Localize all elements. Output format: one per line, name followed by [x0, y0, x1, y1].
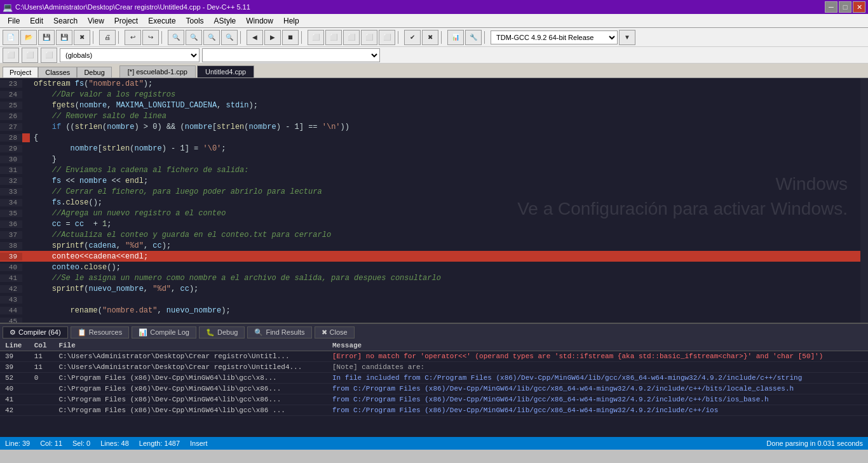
layout-btn5[interactable]: ⬜: [379, 30, 395, 45]
menu-astyle[interactable]: AStyle: [209, 15, 241, 27]
status-line: Line: 39: [5, 440, 30, 447]
include-row-3[interactable]: 41 C:\Program Files (x86)\Dev-Cpp\MinGW6…: [0, 394, 868, 405]
tb2-btn1[interactable]: ⬜: [3, 48, 19, 63]
run-btn[interactable]: ▶: [264, 30, 281, 45]
menu-window[interactable]: Window: [241, 15, 278, 27]
error-row-1[interactable]: 39 11 C:\Users\Administrator\Desktop\Cre…: [0, 351, 868, 362]
code-line-31: 31 // Enviamos la cadena al fichero de s…: [0, 164, 860, 175]
debug-icon: 🐛: [206, 328, 215, 337]
incl-msg-1: In file included from C:/Program Files (…: [327, 373, 868, 384]
maximize-button[interactable]: □: [839, 1, 851, 13]
globals-dropdown[interactable]: (globals): [60, 48, 200, 62]
btab-compilelog[interactable]: 📊 Compile Log: [132, 326, 196, 339]
tab-debug[interactable]: Debug: [77, 67, 111, 77]
tb2-btn3[interactable]: ⬜: [41, 48, 57, 63]
compiler-icon: ⚙: [10, 328, 16, 337]
incl-file-4: C:\Program Files (x86)\Dev-Cpp\MinGW64\l…: [53, 405, 327, 416]
code-line-37: 37 //Actualiza el conteo y guarda en el …: [0, 229, 860, 240]
redo-btn[interactable]: ↪: [142, 30, 159, 45]
save-btn[interactable]: 💾: [38, 30, 55, 45]
btab-close[interactable]: ✖ Close: [315, 326, 355, 339]
file-tab-escuelabd[interactable]: [*] escuelabd-1.cpp: [119, 65, 196, 77]
layout-btn1[interactable]: ⬜: [308, 30, 324, 45]
bottom-content: Line Col File Message 39 11 C:\Users\Adm…: [0, 340, 868, 438]
code-line-43: 43: [0, 294, 860, 305]
menu-search[interactable]: Search: [48, 15, 83, 27]
code-line-28: 28 {: [0, 132, 860, 143]
incl-msg-4: from C:/Program Files (x86)/Dev-Cpp/MinG…: [327, 405, 868, 416]
code-line-41: 41 //Se le asigna un numero como nombre …: [0, 272, 860, 283]
code-line-27: 27 if ((strlen(nombre) > 0) && (nombre[s…: [0, 121, 860, 132]
btab-close-label: Close: [330, 328, 348, 336]
compiler-dropdown[interactable]: TDM-GCC 4.9.2 64-bit Release: [491, 30, 618, 44]
btab-debug[interactable]: 🐛 Debug: [199, 326, 245, 339]
code-editor[interactable]: Windows Ve a Configuración para activar …: [0, 78, 860, 323]
new-file-btn[interactable]: 📄: [3, 30, 19, 45]
menu-file[interactable]: File: [3, 15, 25, 27]
menu-help[interactable]: Help: [278, 15, 304, 27]
find-next-btn[interactable]: 🔍: [203, 30, 220, 45]
note-file-1: C:\Users\Administrator\Desktop\Crear reg…: [53, 362, 327, 373]
tb2-btn2[interactable]: ⬜: [22, 48, 38, 63]
menu-edit[interactable]: Edit: [25, 15, 48, 27]
btab-compiler-label: Compiler (64): [18, 328, 61, 336]
toolbar-sep-3: [161, 31, 165, 44]
incl-msg-3: from C:/Program Files (x86)/Dev-Cpp/MinG…: [327, 394, 868, 405]
code-line-38: 38 sprintf(cadena, "%d", cc);: [0, 240, 860, 251]
app-icon: 💻: [3, 3, 13, 12]
code-line-45: 45: [0, 316, 860, 323]
resources-icon: 📋: [78, 328, 86, 337]
btab-resources[interactable]: 📋 Resources: [71, 326, 130, 339]
layout-btn3[interactable]: ⬜: [343, 30, 360, 45]
include-row-4[interactable]: 42 C:\Program Files (x86)\Dev-Cpp\MinGW6…: [0, 405, 868, 416]
open-file-btn[interactable]: 📂: [20, 30, 37, 45]
layout-btn2[interactable]: ⬜: [325, 30, 342, 45]
vertical-scrollbar[interactable]: [860, 78, 868, 323]
file-tab-untitled4[interactable]: Untitled4.cpp: [197, 65, 254, 77]
undo-btn[interactable]: ↩: [125, 30, 141, 45]
print-btn[interactable]: 🖨: [99, 30, 116, 45]
compiler-dropdown-arrow[interactable]: ▼: [619, 30, 635, 45]
note-line-1: 39: [0, 362, 29, 373]
btab-findresults[interactable]: 🔍 Find Results: [247, 326, 311, 339]
btab-compiler[interactable]: ⚙ Compiler (64): [3, 326, 68, 339]
chart-btn[interactable]: 📊: [447, 30, 464, 45]
main-area: Windows Ve a Configuración para activar …: [0, 78, 868, 323]
code-line-34: 34 fs.close();: [0, 197, 860, 208]
cancel-btn[interactable]: ✖: [422, 30, 438, 45]
incl-col-3: [29, 394, 54, 405]
code-lines: 23 ofstream fs("nombre.dat"); 24 //Dar v…: [0, 78, 860, 323]
menu-view[interactable]: View: [83, 15, 109, 27]
status-bar: Line: 39 Col: 11 Sel: 0 Lines: 48 Length…: [0, 437, 868, 450]
window-title: C:\Users\Administrator\Desktop\Crear reg…: [15, 3, 250, 11]
save-all-btn[interactable]: 💾: [56, 30, 72, 45]
settings-btn[interactable]: 🔧: [465, 30, 482, 45]
minimize-button[interactable]: ─: [825, 1, 837, 13]
menu-execute[interactable]: Execute: [143, 15, 180, 27]
menu-tools[interactable]: Tools: [181, 15, 209, 27]
toolbar-sep-7: [441, 31, 445, 44]
error-table-header: Line Col File Message: [0, 340, 868, 351]
replace-btn[interactable]: 🔍: [186, 30, 202, 45]
incl-col-4: [29, 405, 54, 416]
code-line-24: 24 //Dar valor a los registros: [0, 89, 860, 100]
find-btn[interactable]: 🔍: [168, 30, 184, 45]
include-row-1[interactable]: 52 0 C:\Program Files (x86)\Dev-Cpp\MinG…: [0, 373, 868, 384]
check-btn[interactable]: ✔: [404, 30, 421, 45]
incl-file-1: C:\Program Files (x86)\Dev-Cpp\MinGW64\l…: [53, 373, 327, 384]
compile-btn[interactable]: ◀: [247, 30, 263, 45]
close-button[interactable]: ✕: [853, 1, 865, 13]
find-prev-btn[interactable]: 🔍: [221, 30, 238, 45]
menu-project[interactable]: Project: [109, 15, 143, 27]
tab-project[interactable]: Project: [3, 67, 38, 77]
layout-btn4[interactable]: ⬜: [361, 30, 377, 45]
err-msg-1: [Error] no match for 'operator<<' (opera…: [327, 351, 868, 362]
incl-file-3: C:\Program Files (x86)\Dev-Cpp\MinGW64\l…: [53, 394, 327, 405]
close-btn2[interactable]: ✖: [74, 30, 90, 45]
scope-dropdown[interactable]: [202, 48, 380, 62]
btab-findresults-label: Find Results: [266, 328, 304, 336]
include-row-2[interactable]: 40 C:\Program Files (x86)\Dev-Cpp\MinGW6…: [0, 384, 868, 394]
stop-btn[interactable]: ⏹: [282, 30, 299, 45]
note-row-1[interactable]: 39 11 C:\Users\Administrator\Desktop\Cre…: [0, 362, 868, 373]
tab-classes[interactable]: Classes: [38, 67, 77, 77]
